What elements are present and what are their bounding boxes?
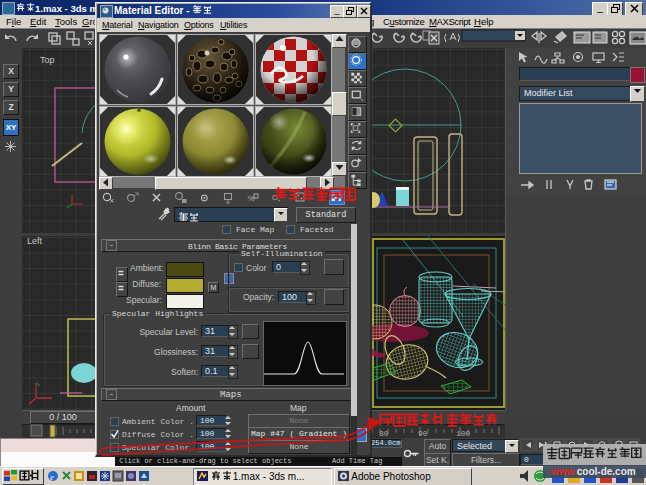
svg-text:100: 100	[456, 429, 471, 438]
svg-text:e: e	[50, 472, 54, 482]
svg-text:90: 90	[418, 429, 428, 438]
